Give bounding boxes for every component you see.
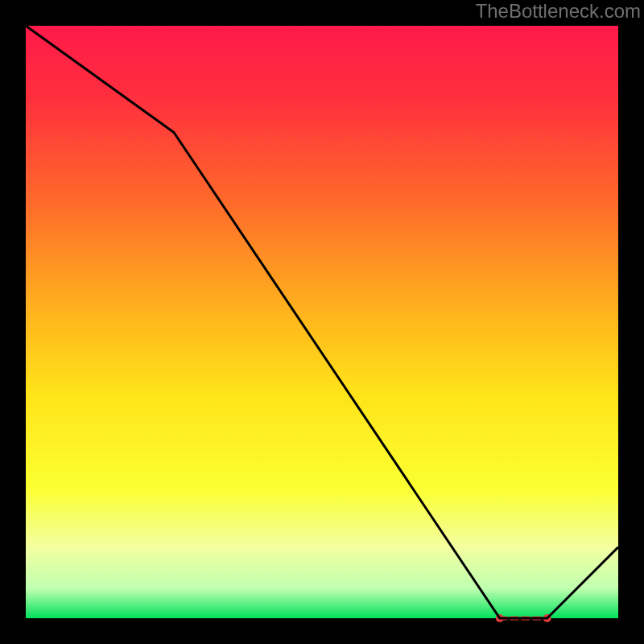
watermark-text: TheBottleneck.com [476,0,641,23]
plot-background [26,26,618,618]
chart-root: { "watermark": "TheBottleneck.com", "cha… [0,0,644,644]
chart-svg [0,0,644,644]
